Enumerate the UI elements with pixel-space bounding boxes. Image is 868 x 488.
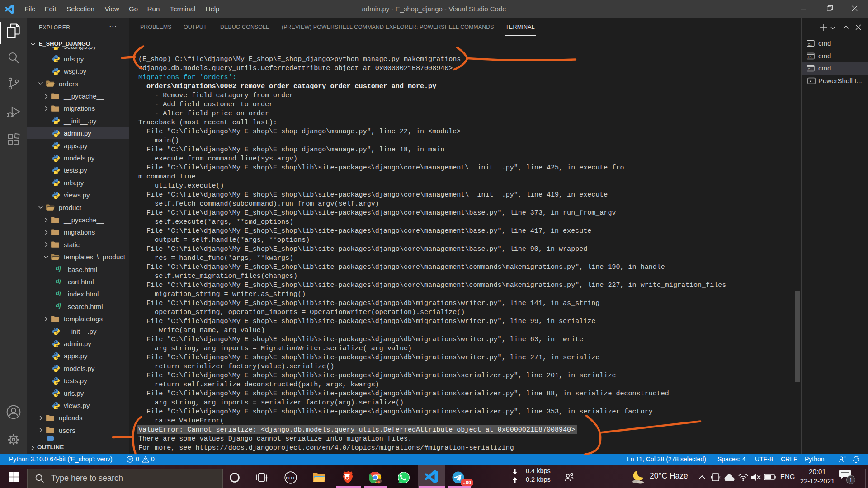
svg-text:C:\: C:\ [808, 55, 812, 58]
svg-text:C:\: C:\ [808, 43, 812, 46]
svg-text:1: 1 [849, 477, 853, 483]
svg-text:C:\: C:\ [808, 68, 812, 71]
svg-text:DELL: DELL [286, 476, 295, 480]
